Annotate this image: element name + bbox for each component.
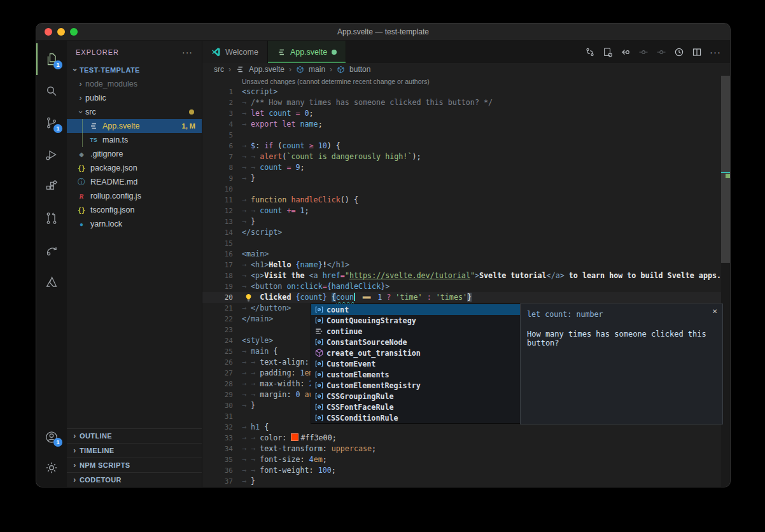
code-line-19[interactable]: 19→ <button on:click={handleClick}>: [202, 281, 730, 292]
suggestion-CountQueuingStrategy[interactable]: CountQueuingStrategy: [311, 315, 521, 326]
code-line-36[interactable]: 36→ → font-weight: 100;: [202, 465, 730, 476]
code-line-37[interactable]: 37→ }: [202, 476, 730, 487]
breadcrumb-item[interactable]: button: [349, 65, 370, 74]
split-editor-icon[interactable]: [692, 47, 702, 57]
line-number: 2: [202, 97, 242, 108]
code-line-12[interactable]: 12→ → count += 1;: [202, 206, 730, 216]
live-share-icon[interactable]: [36, 234, 67, 266]
close-window-button[interactable]: [45, 28, 52, 36]
scrollbar-thumb[interactable]: [721, 76, 730, 263]
file-label: yarn.lock: [90, 220, 122, 228]
explorer-item-yarn.lock[interactable]: ●yarn.lock: [67, 217, 202, 231]
code-line-14[interactable]: 14</script>: [202, 227, 730, 238]
explorer-item-package.json[interactable]: {}package.json: [67, 161, 202, 175]
ts-file-icon: TS: [88, 137, 99, 143]
history-icon[interactable]: [674, 47, 684, 57]
code-line-17[interactable]: 17→ <h1>Hello {name}!</h1>: [202, 260, 730, 270]
next-change-icon: [656, 47, 666, 57]
sidebar-section-codetour[interactable]: ›CODETOUR: [67, 472, 202, 487]
git-compare-icon[interactable]: [585, 47, 595, 57]
code-line-2[interactable]: 2→ /** How many times has someone clicke…: [202, 97, 730, 108]
code-line-5[interactable]: 5: [202, 130, 730, 141]
breadcrumb-item[interactable]: App.svelte: [249, 65, 284, 74]
file-label: App.svelte: [102, 122, 139, 130]
vscode-window: App.svelte — test-template 11 1 EXPLORER…: [36, 23, 731, 487]
line-number: 5: [202, 130, 242, 141]
lightbulb-icon[interactable]: [244, 293, 253, 302]
explorer-item-App.svelte[interactable]: App.svelte1, M: [67, 119, 202, 133]
code-line-10[interactable]: 10: [202, 184, 730, 195]
more-actions-icon[interactable]: ···: [182, 47, 193, 57]
explorer-root-folder[interactable]: › TEST-TEMPLATE: [67, 63, 202, 77]
maximize-window-button[interactable]: [70, 28, 78, 36]
sidebar-section-outline[interactable]: ›OUTLINE: [67, 428, 202, 443]
explorer-item-README.md[interactable]: ⓘREADME.md: [67, 175, 202, 189]
account-icon[interactable]: 1: [36, 422, 67, 452]
code-line-7[interactable]: 7→ → alert(`count is dangerously high!`)…: [202, 151, 730, 162]
line-number: 9: [202, 173, 242, 184]
settings-gear-icon[interactable]: [36, 452, 67, 483]
minimize-window-button[interactable]: [57, 28, 65, 36]
sidebar-section-timeline[interactable]: ›TIMELINE: [67, 443, 202, 458]
more-actions-icon[interactable]: ···: [710, 47, 721, 57]
open-changes-icon[interactable]: [603, 47, 613, 57]
suggestion-CSSGroupingRule[interactable]: CSSGroupingRule: [311, 391, 521, 402]
search-icon[interactable]: [36, 75, 67, 107]
code-line-18[interactable]: 18→ <p>Visit the <a href="https://svelte…: [202, 270, 730, 281]
overview-cursor-marker: [721, 172, 730, 173]
line-number: 36: [202, 465, 242, 476]
line-number: 7: [202, 151, 242, 162]
explorer-icon[interactable]: 1: [36, 43, 67, 75]
code-line-3[interactable]: 3→ let count = 0;: [202, 108, 730, 119]
code-line-35[interactable]: 35→ → font-size: 4em;: [202, 454, 730, 465]
explorer-item-.gitignore[interactable]: ◆.gitignore: [67, 147, 202, 161]
tab-bar: WelcomeApp.svelte ···: [202, 41, 730, 63]
source-control-icon[interactable]: 1: [36, 107, 67, 139]
code-line-16[interactable]: 16<main>: [202, 249, 730, 260]
explorer-item-tsconfig.json[interactable]: {}tsconfig.json: [67, 203, 202, 217]
azure-icon[interactable]: [36, 266, 67, 298]
suggestion-continue[interactable]: continue: [311, 326, 521, 337]
tab-welcome[interactable]: Welcome: [202, 41, 268, 63]
workbench: 11 1 EXPLORER ··· › TEST-TEMPLATE ›node_…: [36, 41, 730, 487]
code-line-33[interactable]: 33→ → color: #ff3e00;: [202, 433, 730, 444]
code-line-6[interactable]: 6→ $: if (count ≥ 10) {: [202, 141, 730, 151]
suggestion-label: continue: [326, 327, 362, 336]
tab-app-svelte[interactable]: App.svelte: [268, 41, 346, 63]
code-line-4[interactable]: 4→ export let name;: [202, 119, 730, 130]
run-debug-icon[interactable]: [36, 139, 67, 171]
suggestion-CSSFontFaceRule[interactable]: CSSFontFaceRule: [311, 402, 521, 412]
extensions-icon[interactable]: [36, 171, 67, 202]
pull-requests-icon[interactable]: [36, 202, 67, 234]
codelens-label[interactable]: Unsaved changes (cannot determine recent…: [202, 78, 730, 87]
suggestion-customElements[interactable]: customElements: [311, 369, 521, 380]
modified-dot-icon[interactable]: [332, 50, 337, 55]
code-line-20[interactable]: 20 Clicked {count} {coun ≡ 1 ? 'time' : …: [202, 292, 730, 303]
rollup-file-icon: R: [76, 192, 87, 200]
explorer-item-src[interactable]: ›src: [67, 105, 202, 119]
code-line-1[interactable]: 1<script>: [202, 87, 730, 97]
suggestion-count[interactable]: count: [311, 304, 521, 315]
navigate-back-icon[interactable]: [621, 47, 631, 57]
code-line-34[interactable]: 34→ → text-transform: uppercase;: [202, 444, 730, 454]
suggestion-CustomElementRegistry[interactable]: CustomElementRegistry: [311, 380, 521, 391]
suggestion-CSSConditionRule[interactable]: CSSConditionRule: [311, 412, 521, 423]
suggestion-ConstantSourceNode[interactable]: ConstantSourceNode: [311, 337, 521, 347]
sidebar-section-npm-scripts[interactable]: ›NPM SCRIPTS: [67, 458, 202, 472]
close-icon[interactable]: ×: [712, 307, 717, 315]
code-line-9[interactable]: 9→ }: [202, 173, 730, 184]
code-line-11[interactable]: 11→ function handleClick() {: [202, 195, 730, 206]
suggestion-create_out_transition[interactable]: create_out_transition: [311, 347, 521, 358]
code-editor[interactable]: Unsaved changes (cannot determine recent…: [202, 76, 730, 487]
explorer-item-rollup.config.js[interactable]: Rrollup.config.js: [67, 189, 202, 203]
code-line-15[interactable]: 15: [202, 238, 730, 249]
explorer-item-main.ts[interactable]: TSmain.ts: [67, 133, 202, 147]
editor-actions: ···: [585, 41, 730, 63]
code-line-13[interactable]: 13→ }: [202, 216, 730, 227]
breadcrumb-item[interactable]: main: [309, 65, 325, 74]
explorer-item-public[interactable]: ›public: [67, 91, 202, 105]
explorer-item-node_modules[interactable]: ›node_modules: [67, 77, 202, 91]
code-line-8[interactable]: 8→ → count = 9;: [202, 162, 730, 173]
suggestion-CustomEvent[interactable]: CustomEvent: [311, 358, 521, 369]
breadcrumb-item[interactable]: src: [214, 65, 224, 74]
